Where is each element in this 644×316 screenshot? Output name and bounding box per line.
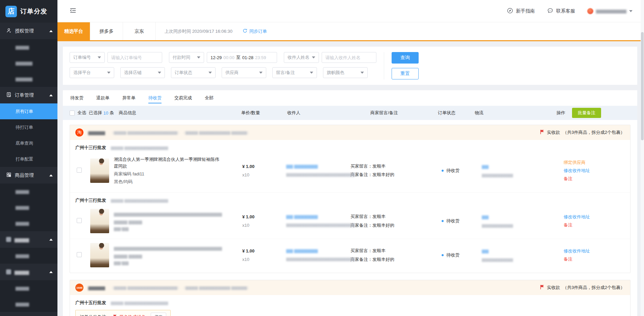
collapse-caret-icon (49, 94, 53, 96)
tracking-number: ▆▆▆▆▆▆▆▆▆▆ (482, 173, 562, 177)
sidebar-item[interactable]: ▆▆▆▆▆ (0, 55, 57, 71)
product-code: ▆▆▆▆ ▆▆▆▆ (114, 219, 222, 224)
pay-time-type-select[interactable]: 付款时间 (169, 52, 204, 63)
tab-to-receive[interactable]: 待收货 (148, 90, 162, 106)
recipient-name[interactable]: ▆▆ ▆▆▆▆▆▆▆ (286, 248, 347, 253)
contact-support-link[interactable]: 联系客服 (547, 7, 575, 15)
supplier-select[interactable]: 供应商 (222, 67, 266, 78)
note-link[interactable]: 备注 (564, 256, 623, 262)
product-variant: ▆▆/▆▆ (114, 260, 222, 265)
tab-pinduoduo[interactable]: 拼多多 (90, 22, 123, 40)
row-actions: 修改收件地址 备注 (562, 248, 623, 262)
tab-completed[interactable]: 交易完成 (174, 90, 192, 106)
paid-amount: 实收款 （共3件商品，拆分成2个包裹） (540, 285, 625, 291)
sidebar-item[interactable]: ▆▆▆▆ (0, 215, 57, 231)
sidebar-section-label: ▆▆▆▆ (15, 269, 29, 275)
order-status-select[interactable]: 订单状态 (171, 67, 216, 78)
sidebar-section-auth[interactable]: 授权管理 (0, 23, 57, 39)
sync-orders-button[interactable]: 同步订单 (243, 28, 267, 34)
flag-icon[interactable] (540, 129, 544, 136)
flag-icon[interactable] (540, 285, 544, 291)
sidebar-item-receipt-query[interactable]: 底单查询 (0, 135, 57, 151)
scrollbar-thumb[interactable] (641, 32, 644, 140)
bind-supplier-link[interactable]: 绑定供应商 (564, 160, 623, 166)
batch-note-button[interactable]: 批量备注 (572, 108, 601, 118)
1688-badge: 1688 (75, 284, 83, 292)
tracking-number: ▆▆▆▆▆▆▆▆▆▆ (482, 257, 562, 262)
logistics-company[interactable]: ▆▆ (482, 214, 562, 219)
note-link[interactable]: 备注 (564, 176, 623, 182)
recipient-name-input[interactable] (322, 52, 376, 63)
blurred-icon (6, 269, 11, 274)
sidebar-section-products[interactable]: 商品管理 (0, 167, 57, 184)
sidebar-item-all-orders[interactable]: 所有订单 (0, 103, 57, 119)
sidebar-item-pending-print[interactable]: 待打订单 (0, 119, 57, 135)
recipient-address: ▆▆▆▆▆▆▆▆▆▆▆▆▆▆▆▆▆▆▆▆▆▆ (286, 256, 347, 262)
order-status: 待收货 (442, 168, 477, 174)
edit-address-link[interactable]: 修改收件地址 (564, 168, 623, 174)
tracking-number: ▆▆▆▆▆▆▆▆▆▆ (482, 223, 562, 228)
recipient-name[interactable]: ▆▆ ▆▆▆▆▆▆▆ (286, 164, 347, 169)
merchant-note: 商家备注：发顺丰好的 (350, 257, 442, 263)
recipient-name[interactable]: ▆▆ ▆▆▆▆▆▆▆ (286, 214, 347, 219)
unit-price: ¥ 1.00 (242, 214, 286, 219)
note-link[interactable]: 备注 (564, 222, 623, 228)
row-checkbox[interactable] (77, 168, 82, 173)
beginner-guide-link[interactable]: 新手指南 (507, 7, 535, 15)
sidebar-section-5[interactable]: ▆▆▆▆ (0, 264, 57, 280)
tab-featured-platform[interactable]: 精选平台 (57, 22, 90, 40)
select-all-checkbox[interactable] (70, 111, 75, 116)
sidebar-section-orders[interactable]: 订单管理 (0, 87, 57, 103)
chevron-down-icon (208, 72, 212, 74)
edit-remark-button[interactable]: 修改 (151, 313, 166, 316)
product-title: ▆▆▆▆▆▆▆▆▆▆▆▆▆▆▆▆▆▆▆▆▆▆▆▆▆▆▆▆▆▆▆▆ (114, 245, 222, 252)
collapse-sidebar-icon[interactable] (70, 8, 76, 14)
dispatch-remark: 订单分发备注： 黑色换成绿色 修改 (75, 310, 171, 316)
order-no-type-select[interactable]: 订单编号 (70, 52, 105, 63)
sidebar-item[interactable]: ▆▆▆▆ (0, 199, 57, 215)
buyer-message: 买家留言：发顺丰 (350, 248, 442, 254)
tab-all[interactable]: 全部 (205, 90, 214, 106)
tab-abnormal[interactable]: 异常单 (122, 90, 135, 106)
logistics-company[interactable]: ▆▆ (482, 164, 562, 169)
sidebar-item[interactable]: ▆▆▆▆ (0, 296, 57, 312)
flag-icon (113, 314, 117, 316)
reset-button[interactable]: 重置 (392, 68, 419, 79)
shop-name: ▆▆▆▆▆ (88, 285, 105, 290)
tab-jingdong[interactable]: 京东 (123, 22, 156, 40)
shop-select[interactable]: 选择店铺 (120, 67, 165, 78)
edit-address-link[interactable]: 修改收件地址 (564, 248, 623, 254)
search-button[interactable]: 查询 (392, 52, 419, 64)
tab-refunds[interactable]: 退款单 (96, 90, 109, 106)
flag-color-select[interactable]: 旗帜颜色 (323, 67, 368, 78)
row-checkbox[interactable] (77, 252, 82, 257)
sidebar-item[interactable]: ▆▆▆▆ (0, 184, 57, 199)
account-menu[interactable]: ▆▆▆▆▆▆▆▆▆ (587, 8, 633, 14)
order-no-input[interactable] (107, 52, 162, 63)
logistics: ▆▆ ▆▆▆▆▆▆▆▆▆▆ (477, 164, 562, 177)
date-range-picker[interactable]: 12-29 00:00 至 01-28 23:59 (207, 52, 277, 63)
message-note-select[interactable]: 留言/备注 (272, 67, 317, 78)
supplier-meta: ▆▆▆▆ ▆▆▆▆▆▆▆▆▆▆▆▆▆▆ (111, 300, 168, 305)
sidebar-item-print-config[interactable]: 打单配置 (0, 151, 57, 167)
col-logistics: 物流 (470, 110, 554, 116)
row-checkbox[interactable] (77, 218, 82, 223)
filter-panel: 订单编号 付款时间 12-29 00:00 至 01-28 23:59 收件人姓… (63, 47, 637, 85)
sidebar-item[interactable]: ▆▆▆▆▆ (0, 71, 57, 87)
sidebar-section-label: ▆▆▆▆ (15, 237, 29, 242)
sidebar-item[interactable]: ▆▆▆▆ (0, 39, 57, 55)
order-row: ▆▆▆▆▆▆▆▆▆▆▆▆▆▆▆▆▆▆▆▆▆▆▆▆▆▆▆▆▆▆▆▆ ▆▆▆▆ ▆▆… (70, 205, 630, 239)
logistics-company[interactable]: ▆▆ (482, 248, 562, 253)
collapse-caret-icon (49, 30, 53, 32)
order-list-icon (6, 92, 11, 98)
order-group-taobao: 淘 ▆▆▆▆▆ （▆▆▆▆ ▆▆▆▆▆▆▆▆▆▆▆▆▆▆▆▆）（▆▆▆▆ ▆▆▆… (70, 125, 630, 273)
order-status-tabs: 待发货 退款单 异常单 待收货 交易完成 全部 (63, 90, 637, 106)
tab-to-ship[interactable]: 待发货 (70, 90, 83, 106)
edit-address-link[interactable]: 修改收件地址 (564, 214, 623, 220)
sidebar-section-4[interactable]: ▆▆▆▆ (0, 231, 57, 248)
sidebar-item[interactable]: ▆▆▆▆ (0, 280, 57, 296)
sidebar-item[interactable]: ▆▆▆▆ (0, 248, 57, 264)
orders-panel: 待发货 退款单 异常单 待收货 交易完成 全部 全选 已选择 10 条 商品信息 (63, 90, 637, 316)
recipient-type-select[interactable]: 收件人姓名 (284, 52, 319, 63)
platform-select[interactable]: 选择平台 (70, 67, 114, 78)
